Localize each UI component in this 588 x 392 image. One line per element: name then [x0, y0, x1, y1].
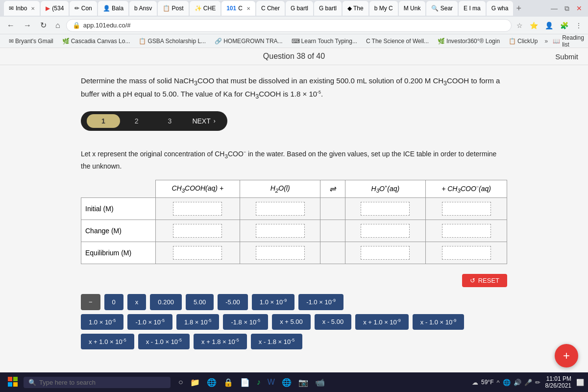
bookmark-typing[interactable]: ⌨ Learn Touch Typing... [288, 37, 361, 46]
change-h3o-input[interactable] [361, 224, 410, 238]
tab-myc[interactable]: b My C [369, 1, 398, 16]
taskbar-search-input[interactable] [39, 379, 137, 386]
bookmark-homegrown[interactable]: 🔗 HOMEGROWN TRA... [211, 37, 286, 46]
change-ch3cooh-cell[interactable] [155, 220, 240, 242]
tab-534[interactable]: ▶ (534 [41, 1, 69, 16]
tab-che[interactable]: ✨ CHE [190, 1, 221, 16]
bookmark-investor[interactable]: 🌿 Investor360°® Login [434, 37, 504, 46]
bookmark-gsba[interactable]: 📋 GSBA Scholarship L... [135, 37, 210, 46]
start-button[interactable] [4, 375, 22, 390]
tab-con[interactable]: ✏ Con [70, 1, 97, 16]
network-icon[interactable]: 🌐 [503, 379, 511, 386]
favorites-button[interactable]: ☆ [514, 21, 525, 30]
taskbar-cam-icon[interactable]: 📷 [296, 376, 310, 389]
taskbar-spotify-icon[interactable]: ♪ [255, 376, 263, 389]
active-tab-close[interactable]: ✕ [246, 6, 250, 11]
change-h3o-cell[interactable] [345, 220, 426, 242]
tile-xplus500[interactable]: x + 5.00 [272, 314, 311, 330]
tab-ima[interactable]: E I ma [459, 1, 486, 16]
taskbar-lock-icon[interactable]: 🔒 [221, 376, 235, 389]
initial-ch3coo-input[interactable] [442, 202, 491, 216]
taskbar-time[interactable]: 11:01 PM 8/26/2021 [545, 375, 571, 389]
tab-bartl1[interactable]: G bartl [286, 1, 313, 16]
reading-list[interactable]: 📖 Reading list [549, 34, 588, 48]
tile-1e-9[interactable]: 1.0 × 10-9 [252, 294, 294, 310]
equil-ch3cooh-input[interactable] [173, 246, 222, 260]
tile-0[interactable]: 0 [104, 294, 123, 310]
tile-xplus1e-9[interactable]: x + 1.0 × 10-9 [355, 314, 409, 330]
home-button[interactable]: ⌂ [52, 19, 63, 32]
tile-xplus1e-5[interactable]: x + 1.0 × 10-5 [81, 334, 134, 349]
submit-button[interactable]: Submit [555, 52, 578, 61]
pencil-icon[interactable]: ✏ [535, 379, 540, 386]
taskbar-word-icon[interactable]: W [266, 376, 277, 389]
mic-icon[interactable]: 🎤 [524, 379, 532, 386]
refresh-button[interactable]: ↻ [37, 19, 49, 32]
bookmark-gmail[interactable]: ✉ Bryant's Gmail [5, 37, 57, 46]
tile-neg1e-5[interactable]: -1.0 × 10-5 [127, 314, 172, 330]
address-bar[interactable]: 🔒 app.101edu.co/# [66, 19, 512, 32]
taskbar-zoom-icon[interactable]: 📹 [313, 376, 327, 389]
change-ch3coo-cell[interactable] [426, 220, 507, 242]
forward-button[interactable]: → [21, 19, 34, 32]
step-3[interactable]: 3 [153, 114, 187, 128]
tile-xminus18e-5[interactable]: x - 1.8 × 10-5 [251, 334, 302, 349]
tab-bartl2[interactable]: G bartl [314, 1, 342, 16]
equil-h2o-cell[interactable] [240, 242, 320, 264]
tab-unk[interactable]: M Unk [399, 1, 426, 16]
taskbar-chrome-icon[interactable]: 🌐 [280, 376, 294, 389]
initial-h2o-input[interactable] [256, 202, 305, 216]
bookmark-clickup[interactable]: 📋 ClickUp [505, 37, 541, 46]
bookmark-cascadia[interactable]: 🌿 Cascadia Canvas Lo... [58, 37, 134, 46]
step-2[interactable]: 2 [120, 114, 153, 128]
tab-close[interactable]: ✕ [31, 6, 35, 11]
tab-cher[interactable]: C Cher [256, 1, 285, 16]
tab-wha[interactable]: G wha [487, 1, 514, 16]
change-ch3coo-input[interactable] [442, 224, 491, 238]
extensions-button[interactable]: 🧩 [558, 21, 570, 30]
tile-minus[interactable]: − [81, 294, 100, 310]
settings-button[interactable]: ⋮ [573, 21, 584, 30]
change-ch3cooh-input[interactable] [173, 224, 222, 238]
initial-h3o-input[interactable] [361, 202, 410, 216]
initial-h3o-cell[interactable] [345, 198, 426, 220]
equil-h3o-cell[interactable] [345, 242, 426, 264]
taskbar-edge-icon[interactable]: 🌐 [205, 376, 219, 389]
next-button[interactable]: NEXT › [186, 114, 221, 128]
tab-post[interactable]: 📋 Post [158, 1, 188, 16]
initial-ch3coo-cell[interactable] [426, 198, 507, 220]
tab-sear[interactable]: 🔍 Sear [426, 1, 458, 16]
tab-the[interactable]: ◆ The [343, 1, 368, 16]
tile-xplus18e-5[interactable]: x + 1.8 × 10-5 [194, 334, 247, 349]
tab-inbox[interactable]: ✉ Inbo ✕ [4, 1, 40, 16]
change-h2o-input[interactable] [256, 224, 305, 238]
tab-bala[interactable]: 👤 Bala [98, 1, 128, 16]
minimize-button[interactable]: — [549, 3, 560, 14]
taskbar-explorer-icon[interactable]: 📁 [188, 376, 202, 389]
tile-0200[interactable]: 0.200 [150, 294, 182, 310]
initial-ch3cooh-input[interactable] [173, 202, 222, 216]
back-button[interactable]: ← [4, 19, 18, 32]
reset-button[interactable]: ↺ RESET [462, 274, 507, 287]
volume-icon[interactable]: 🔊 [514, 379, 521, 386]
more-bookmarks[interactable]: » [544, 38, 548, 45]
equil-h3o-input[interactable] [361, 246, 410, 260]
close-button[interactable]: ✕ [574, 3, 584, 14]
restore-button[interactable]: ⧉ [563, 3, 571, 14]
tile-x[interactable]: x [127, 294, 147, 310]
equil-ch3coo-cell[interactable] [426, 242, 507, 264]
tile-neg500[interactable]: -5.00 [218, 294, 248, 310]
tile-1e-5[interactable]: 1.0 × 10-5 [81, 314, 123, 330]
tile-xminus500[interactable]: x - 5.00 [315, 314, 351, 330]
initial-ch3cooh-cell[interactable] [155, 198, 240, 220]
fab-button[interactable]: + [555, 344, 578, 368]
tile-500[interactable]: 5.00 [186, 294, 214, 310]
tile-neg1e-9[interactable]: -1.0 × 10-9 [298, 294, 343, 310]
tile-xminus1e-9[interactable]: x - 1.0 × 10-9 [413, 314, 464, 330]
taskbar-file-icon[interactable]: 📄 [238, 376, 252, 389]
bookmark-science[interactable]: C The Science of Well... [362, 37, 433, 46]
collections-button[interactable]: ⭐ [528, 21, 540, 30]
up-arrow-icon[interactable]: ^ [497, 379, 500, 386]
tab-ansv[interactable]: b Ansv [129, 1, 157, 16]
initial-h2o-cell[interactable] [240, 198, 320, 220]
